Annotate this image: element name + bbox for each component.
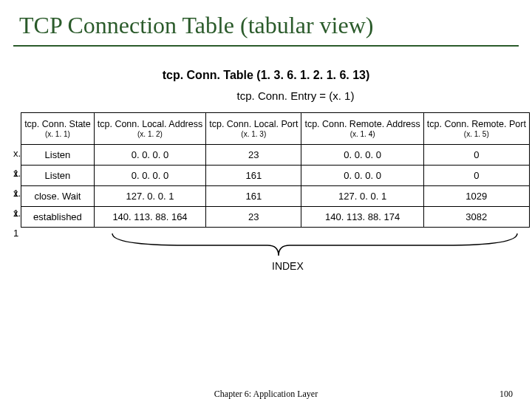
col-header-raddr: tcp. Conn. Remote. Address (x. 1. 4) [301, 113, 423, 145]
tcp-conn-table: tcp. Conn. State (x. 1. 1) tcp. Conn. Lo… [21, 112, 530, 228]
cell-raddr: 0. 0. 0. 0 [301, 145, 423, 166]
index-label: INDEX [272, 260, 304, 272]
cell-laddr: 127. 0. 0. 1 [94, 186, 205, 207]
col-header-rport: tcp. Conn. Remote. Port (x. 1. 5) [423, 113, 529, 145]
col-header-state: tcp. Conn. State (x. 1. 1) [21, 113, 95, 145]
cell-state: established [21, 207, 95, 228]
col-header-laddr: tcp. Conn. Local. Address (x. 1. 2) [94, 113, 205, 145]
cell-lport: 161 [206, 166, 301, 186]
row-label: x. 1 [13, 143, 21, 163]
table-row: Listen 0. 0. 0. 0 23 0. 0. 0. 0 0 [21, 145, 530, 166]
page-number: 100 [499, 389, 513, 399]
row-index-labels: x. 1 x. 1 x. 1 x. 1 [13, 112, 21, 223]
cell-state: close. Wait [21, 186, 95, 207]
cell-lport: 161 [206, 186, 301, 207]
title-underline [13, 45, 519, 47]
cell-state: Listen [21, 166, 95, 186]
row-label: x. 1 [13, 163, 21, 183]
cell-rport: 0 [423, 166, 529, 186]
slide-title: TCP Connection Table (tabular view) [13, 9, 519, 45]
table-row: established 140. 113. 88. 164 23 140. 11… [21, 207, 530, 228]
cell-state: Listen [21, 145, 95, 166]
cell-rport: 0 [423, 145, 529, 166]
cell-rport: 3082 [423, 207, 529, 228]
cell-laddr: 0. 0. 0. 0 [94, 145, 205, 166]
entry-oid-heading: tcp. Conn. Entry = (x. 1) [13, 89, 519, 102]
row-label: x. 1 [13, 183, 21, 203]
cell-raddr: 140. 113. 88. 174 [301, 207, 423, 228]
col-header-lport: tcp. Conn. Local. Port (x. 1. 3) [206, 113, 301, 145]
cell-raddr: 0. 0. 0. 0 [301, 166, 423, 186]
cell-laddr: 140. 113. 88. 164 [94, 207, 205, 228]
table-oid-heading: tcp. Conn. Table (1. 3. 6. 1. 2. 1. 6. 1… [13, 69, 519, 82]
table-row: Listen 0. 0. 0. 0 161 0. 0. 0. 0 0 [21, 166, 530, 186]
cell-laddr: 0. 0. 0. 0 [94, 166, 205, 186]
table-row: close. Wait 127. 0. 0. 1 161 127. 0. 0. … [21, 186, 530, 207]
cell-rport: 1029 [423, 186, 529, 207]
row-label: x. 1 [13, 203, 21, 223]
cell-lport: 23 [206, 207, 301, 228]
cell-raddr: 127. 0. 0. 1 [301, 186, 423, 207]
footer-chapter: Chapter 6: Application Layer [0, 389, 532, 399]
index-brace: INDEX [13, 232, 519, 276]
cell-lport: 23 [206, 145, 301, 166]
